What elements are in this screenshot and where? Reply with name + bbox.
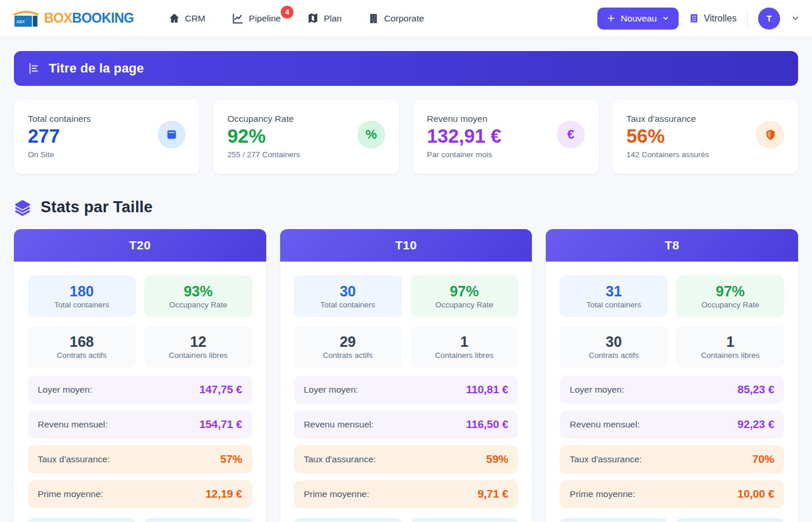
row-label: Revenu mensuel: xyxy=(570,419,640,430)
size-card-t20: T20 180 Total containers 93% Occupancy R… xyxy=(14,229,266,522)
shield-icon xyxy=(756,121,784,148)
percent-icon: % xyxy=(357,121,385,148)
data-row-prime-moyenne: Prime moyenne: 10,00 € xyxy=(560,480,784,508)
kpi-value: 92% xyxy=(227,124,300,149)
stat-box-occupancy-rate: 97% Occupancy Rate xyxy=(411,276,519,317)
stat-label: Containers libres xyxy=(169,351,227,360)
map-icon xyxy=(307,13,318,24)
row-label: Prime moyenne: xyxy=(570,489,635,499)
data-row-revenu-mensuel: Revenu mensuel: 92,23 € xyxy=(560,411,784,438)
stat-box-contrats-actifs: 168 Contrats actifs xyxy=(28,326,136,368)
stat-box-contrats-actifs: 30 Contrats actifs xyxy=(560,326,668,368)
stat-label: Contrats actifs xyxy=(322,351,372,360)
stat-value: 31 xyxy=(606,284,622,300)
secondary-stat-grid xyxy=(294,518,519,522)
row-value: 116,50 € xyxy=(466,418,508,431)
site-selector[interactable]: Vitrolles xyxy=(689,13,737,24)
row-label: Taux d'assurance: xyxy=(570,454,641,465)
nav-item-corporate[interactable]: Corporate xyxy=(368,13,424,24)
nav-item-crm[interactable]: CRM xyxy=(169,13,205,24)
new-button[interactable]: Nouveau xyxy=(597,8,679,30)
kpi-label: Total containers xyxy=(28,114,91,124)
data-row-prime-moyenne: Prime moyenne: 12,19 € xyxy=(28,480,252,508)
stat-label: Containers libres xyxy=(435,351,494,360)
building-icon xyxy=(368,13,379,24)
size-cards-row: T20 180 Total containers 93% Occupancy R… xyxy=(14,229,798,522)
euro-icon: € xyxy=(557,121,585,148)
pipeline-count-badge: 4 xyxy=(281,6,293,19)
kpi-subtext: 255 / 277 Containers xyxy=(227,150,300,159)
chart-bars-icon xyxy=(28,62,41,75)
brand-logo-icon: ABX xyxy=(12,9,41,28)
user-menu-chevron-icon[interactable] xyxy=(791,13,800,23)
row-value: 59% xyxy=(486,453,508,466)
row-label: Prime moyenne: xyxy=(38,489,103,499)
stat-box-partial xyxy=(294,518,402,522)
row-value: 92,23 € xyxy=(738,418,774,431)
stat-value: 29 xyxy=(340,334,356,350)
row-label: Taux d'assurance: xyxy=(38,454,110,465)
stat-label: Contrats actifs xyxy=(57,351,107,360)
data-row-taux-assurance: Taux d'assurance: 57% xyxy=(28,445,252,473)
stat-grid: 31 Total containers 97% Occupancy Rate 3… xyxy=(560,276,784,368)
size-card-header: T20 xyxy=(14,229,266,262)
kpi-card-taux-assurance: Taux d'assurance 56% 142 Containers assu… xyxy=(612,100,798,174)
row-value: 147,75 € xyxy=(200,383,242,396)
brand-logo[interactable]: ABX BOXBOOKING xyxy=(12,9,134,28)
stat-value: 97% xyxy=(716,284,745,300)
data-row-taux-assurance: Taux d'assurance: 70% xyxy=(560,445,784,473)
secondary-stat-grid xyxy=(28,518,252,522)
row-value: 70% xyxy=(752,453,774,466)
row-label: Loyer moyen: xyxy=(38,385,92,395)
stat-value: 168 xyxy=(70,334,94,350)
brand-name: BOXBOOKING xyxy=(44,10,134,26)
secondary-stat-grid xyxy=(560,518,784,522)
kpi-card-revenu-moyen: Revenu moyen 132,91 € Par container mois… xyxy=(413,100,599,174)
stat-value: 30 xyxy=(606,334,622,350)
stat-box-occupancy-rate: 97% Occupancy Rate xyxy=(676,276,784,317)
brand-mark-text: ABX xyxy=(16,20,25,24)
stat-box-contrats-actifs: 29 Contrats actifs xyxy=(294,326,402,368)
kpi-label: Revenu moyen xyxy=(427,114,501,124)
building-small-icon xyxy=(689,13,699,23)
nav-item-plan[interactable]: Plan xyxy=(307,13,342,24)
stat-value: 93% xyxy=(184,284,213,300)
stat-label: Occupancy Rate xyxy=(169,300,227,309)
kpi-label: Taux d'assurance xyxy=(626,114,709,124)
nav-item-pipeline[interactable]: Pipeline 4 xyxy=(232,13,281,24)
nav-label: Plan xyxy=(324,13,342,24)
row-value: 85,23 € xyxy=(738,383,774,396)
data-row-loyer-moyen: Loyer moyen: 110,81 € xyxy=(294,376,519,404)
data-row-prime-moyenne: Prime moyenne: 9,71 € xyxy=(294,480,519,508)
data-row-loyer-moyen: Loyer moyen: 147,75 € xyxy=(28,376,252,404)
row-label: Taux d'assurance: xyxy=(304,454,376,465)
new-button-label: Nouveau xyxy=(621,13,657,24)
kpi-subtext: On Site xyxy=(28,150,91,159)
stat-label: Occupancy Rate xyxy=(436,300,494,309)
stat-label: Containers libres xyxy=(701,351,759,360)
chart-line-icon xyxy=(232,13,244,24)
page-title: Titre de la page xyxy=(49,61,144,76)
stat-value: 97% xyxy=(449,284,478,300)
kpi-card-occupancy-rate: Occupancy Rate 92% 255 / 277 Containers … xyxy=(213,100,399,174)
stat-value: 30 xyxy=(340,284,356,300)
user-avatar[interactable]: T xyxy=(758,8,780,30)
data-row-taux-assurance: Taux d'assurance: 59% xyxy=(294,445,519,473)
kpi-cards-row: Total containers 277 On Site Occupancy R… xyxy=(14,100,798,174)
size-card-t8: T8 31 Total containers 97% Occupancy Rat… xyxy=(546,229,798,522)
stat-box-total-containers: 31 Total containers xyxy=(560,276,668,317)
kpi-subtext: Par container mois xyxy=(427,150,501,159)
home-icon xyxy=(169,13,180,24)
stat-grid: 30 Total containers 97% Occupancy Rate 2… xyxy=(294,276,519,368)
size-card-header: T8 xyxy=(546,229,798,262)
row-value: 10,00 € xyxy=(738,488,774,501)
row-value: 12,19 € xyxy=(205,488,242,501)
row-value: 110,81 € xyxy=(466,383,508,396)
stat-grid: 180 Total containers 93% Occupancy Rate … xyxy=(28,276,252,368)
stat-label: Total containers xyxy=(55,300,110,309)
size-card-header: T10 xyxy=(280,229,532,262)
stat-label: Total containers xyxy=(586,300,641,309)
navbar-right: Nouveau Vitrolles T xyxy=(597,8,800,30)
stat-value: 1 xyxy=(460,334,468,350)
divider xyxy=(747,11,748,26)
